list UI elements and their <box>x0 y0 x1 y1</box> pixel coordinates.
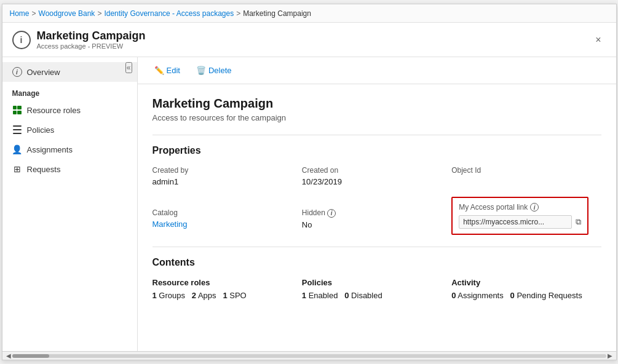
delete-icon: 🗑️ <box>196 66 206 75</box>
sidebar-item-overview[interactable]: i Overview <box>2 62 137 82</box>
hidden-info-icon: i <box>327 209 336 218</box>
prop-created-by: Created by admin1 Catalog Marketing <box>153 166 302 237</box>
sidebar-item-policies[interactable]: Policies <box>2 120 137 140</box>
created-by-label: Created by <box>153 166 290 175</box>
hidden-label: Hidden i <box>302 208 439 218</box>
scrollbar-thumb[interactable] <box>12 354 49 358</box>
activity-assignments-label: Assignments <box>458 291 503 300</box>
contents-activity-values: 0 Assignments 0 Pending Requests <box>451 291 601 300</box>
disabled-label: Disabled <box>351 291 382 300</box>
contents-grid: Resource roles 1 Groups 2 Apps 1 SPO Pol… <box>153 278 601 300</box>
prop-object-id: Object Id My Access portal link i https:… <box>451 166 601 237</box>
created-on-label: Created on <box>302 166 439 175</box>
created-by-value: admin1 <box>153 177 290 186</box>
policies-icon <box>12 125 22 135</box>
copy-link-button[interactable]: ⧉ <box>576 217 581 227</box>
contents-resource-roles: Resource roles 1 Groups 2 Apps 1 SPO <box>153 278 302 300</box>
edit-button[interactable]: ✏️ Edit <box>148 62 187 79</box>
page-content: Marketing Campaign Access to resources f… <box>138 84 616 312</box>
sidebar-item-overview-label: Overview <box>27 68 60 77</box>
sidebar-collapse-button[interactable]: « <box>125 62 132 73</box>
sidebar-item-policies-label: Policies <box>27 125 55 135</box>
contents-activity: Activity 0 Assignments 0 Pending Request… <box>451 278 601 300</box>
breadcrumb-sep-2: > <box>97 9 101 18</box>
spo-count: 1 <box>223 291 227 300</box>
disabled-count: 0 <box>344 291 349 300</box>
apps-count: 2 <box>192 291 196 300</box>
catalog-value: Marketing <box>153 220 290 229</box>
sidebar-manage-label: Manage <box>2 82 137 100</box>
content-area: ✏️ Edit 🗑️ Delete Marketing Campaign Acc… <box>138 57 616 351</box>
properties-section-title: Properties <box>153 145 601 156</box>
contents-policies-values: 1 Enabled 0 Disabled <box>302 291 451 300</box>
title-bar: i Marketing Campaign Access package - PR… <box>2 23 616 57</box>
activity-assignments-count: 0 <box>451 291 456 300</box>
assignments-icon: 👤 <box>12 144 22 154</box>
close-button[interactable]: × <box>590 32 606 48</box>
main-layout: « i Overview Manage Resource roles <box>2 57 616 351</box>
divider-2 <box>153 247 601 247</box>
title-icon: i <box>12 31 31 49</box>
breadcrumb-sep-3: > <box>236 9 240 18</box>
sidebar-item-assignments-label: Assignments <box>27 145 73 154</box>
resource-roles-icon <box>12 105 22 115</box>
title-bar-left: i Marketing Campaign Access package - PR… <box>12 30 146 50</box>
toolbar: ✏️ Edit 🗑️ Delete <box>138 57 616 84</box>
overview-icon: i <box>12 67 22 77</box>
breadcrumb: Home > Woodgrove Bank > Identity Governa… <box>2 4 616 23</box>
activity-pending-count: 0 <box>510 291 515 300</box>
contents-policies: Policies 1 Enabled 0 Disabled <box>302 278 451 300</box>
sidebar-item-requests-label: Requests <box>27 165 61 174</box>
page-subtitle: Access package - PREVIEW <box>37 42 146 50</box>
portal-link-info-icon: i <box>530 203 539 212</box>
delete-label: Delete <box>208 66 232 75</box>
sidebar-item-resource-roles-label: Resource roles <box>27 106 81 115</box>
breadcrumb-identity-governance[interactable]: Identity Governance - Access packages <box>104 9 234 18</box>
content-page-title: Marketing Campaign <box>153 97 601 111</box>
requests-icon: ⊞ <box>12 164 22 174</box>
breadcrumb-home[interactable]: Home <box>10 9 30 18</box>
created-on-value: 10/23/2019 <box>302 177 439 186</box>
sidebar-item-resource-roles[interactable]: Resource roles <box>2 100 137 120</box>
sidebar-item-requests[interactable]: ⊞ Requests <box>2 159 137 179</box>
breadcrumb-bank[interactable]: Woodgrove Bank <box>39 9 95 18</box>
edit-label: Edit <box>167 66 180 75</box>
activity-pending-label: Pending Requests <box>517 291 582 300</box>
title-text: Marketing Campaign Access package - PREV… <box>37 30 146 50</box>
prop-created-on: Created on 10/23/2019 Hidden i No <box>302 166 451 237</box>
object-id-label: Object Id <box>451 166 588 175</box>
contents-resource-roles-values: 1 Groups 2 Apps 1 SPO <box>153 291 302 300</box>
delete-button[interactable]: 🗑️ Delete <box>189 62 239 79</box>
portal-link-url: https://myaccess.micro... <box>459 215 572 229</box>
portal-link-box: My Access portal link i https://myaccess… <box>451 197 588 235</box>
edit-icon: ✏️ <box>154 66 164 75</box>
enabled-count: 1 <box>302 291 306 300</box>
sidebar-item-assignments[interactable]: 👤 Assignments <box>2 140 137 159</box>
hidden-value: No <box>302 220 439 229</box>
divider-1 <box>153 135 601 135</box>
portal-link-input: https://myaccess.micro... ⧉ <box>459 215 581 229</box>
breadcrumb-current: Marketing Campaign <box>243 9 311 18</box>
breadcrumb-sep-1: > <box>32 9 36 18</box>
scroll-right-button[interactable]: ▶ <box>606 352 614 359</box>
properties-grid: Created by admin1 Catalog Marketing Crea… <box>153 166 601 237</box>
contents-activity-label: Activity <box>451 278 601 287</box>
main-window: Home > Woodgrove Bank > Identity Governa… <box>2 4 617 360</box>
scroll-left-button[interactable]: ◀ <box>5 352 12 359</box>
portal-link-label: My Access portal link i <box>459 203 581 212</box>
scrollbar-track <box>12 354 606 358</box>
catalog-link[interactable]: Marketing <box>153 220 188 229</box>
contents-section-title: Contents <box>153 257 601 268</box>
sidebar: « i Overview Manage Resource roles <box>2 57 138 351</box>
catalog-label: Catalog <box>153 208 290 217</box>
bottom-scrollbar: ◀ ▶ <box>2 351 616 360</box>
contents-resource-roles-label: Resource roles <box>153 278 302 287</box>
content-page-desc: Access to resources for the campaign <box>153 113 601 122</box>
enabled-label: Enabled <box>309 291 338 300</box>
groups-count: 1 <box>153 291 157 300</box>
contents-policies-label: Policies <box>302 278 451 287</box>
page-main-title: Marketing Campaign <box>37 30 146 42</box>
